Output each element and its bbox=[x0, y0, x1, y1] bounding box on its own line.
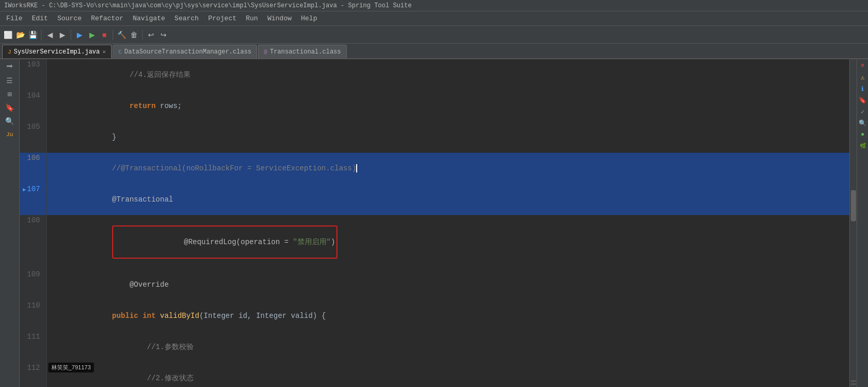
line-content[interactable]: //4.返回保存结果 bbox=[47, 59, 849, 90]
toolbar-save[interactable]: 💾 bbox=[27, 29, 38, 41]
code-comment-111: //1.参数校验 bbox=[112, 343, 194, 351]
menu-search[interactable]: Search bbox=[170, 13, 203, 24]
line-content[interactable]: @Transactional bbox=[47, 184, 849, 215]
tab-transactional[interactable]: @ Transactional.class bbox=[258, 45, 346, 58]
toolbar-stop[interactable]: ■ bbox=[99, 29, 110, 41]
menu-source[interactable]: Source bbox=[53, 13, 86, 24]
toolbar-sep-1 bbox=[41, 30, 42, 40]
toolbar-new[interactable]: ⬜ bbox=[2, 29, 13, 41]
line-number: 111 bbox=[20, 331, 47, 363]
gutter-bookmark[interactable]: 🔖 bbox=[4, 102, 16, 113]
gutter-outline[interactable]: ☰ bbox=[4, 75, 16, 86]
code-comment-transactional: //@Transactional(noRollbackFor = Service… bbox=[112, 164, 357, 172]
line-content[interactable]: //1.参数校验 bbox=[47, 331, 849, 363]
sidebar-icon-spring[interactable]: 🌿 bbox=[858, 141, 867, 151]
table-row: 104 return rows; bbox=[20, 90, 849, 122]
menu-project[interactable]: Project bbox=[204, 13, 241, 24]
left-gutter: ⮕ ☰ ⊞ 🔖 🔍 Ju bbox=[0, 59, 20, 387]
annotated-box: @RequiredLog(operation = "禁用启用") bbox=[112, 225, 337, 259]
line-number: 103 bbox=[20, 59, 47, 90]
line-content[interactable]: } bbox=[47, 122, 849, 153]
sidebar-icon-debug[interactable]: ● bbox=[858, 130, 867, 139]
tab-java-icon: J bbox=[8, 49, 11, 55]
annotation-override: @Override bbox=[112, 281, 169, 289]
tab-datasource-label: DataSourceTransactionManager.class bbox=[124, 48, 251, 56]
sidebar-icon-warning[interactable]: ⚠ bbox=[858, 73, 867, 82]
editor-area: 103 //4.返回保存结果 104 return rows; bbox=[20, 59, 849, 387]
gutter-arrow[interactable]: ⮕ bbox=[4, 61, 16, 73]
toolbar-open[interactable]: 📂 bbox=[15, 29, 26, 41]
code-content[interactable]: 103 //4.返回保存结果 104 return rows; bbox=[20, 59, 849, 387]
toolbar-clean[interactable]: 🗑 bbox=[128, 29, 140, 41]
gutter-ju[interactable]: Ju bbox=[4, 129, 16, 140]
menu-edit[interactable]: Edit bbox=[28, 13, 52, 24]
table-row: 109 @Override bbox=[20, 269, 849, 300]
toolbar-build[interactable]: 🔨 bbox=[116, 29, 127, 41]
main-layout: ⮕ ☰ ⊞ 🔖 🔍 Ju 103 //4.返回保存结果 bbox=[0, 59, 868, 387]
table-row: ▼ 110 public int validById(Integer id, I… bbox=[20, 300, 849, 331]
title-text: IWorksRKE - C:\DB-SYS-Vo\src\main\java\c… bbox=[4, 2, 412, 9]
menu-help[interactable]: Help bbox=[297, 13, 321, 24]
line-number: 105 bbox=[20, 122, 47, 153]
line-number: 109 bbox=[20, 269, 47, 300]
tab-sysuser[interactable]: J SysUserServiceImpl.java ✕ bbox=[2, 45, 112, 58]
line-content[interactable]: //2.修改状态 bbox=[47, 363, 849, 387]
toolbar-sep-4 bbox=[142, 30, 143, 40]
line-content[interactable]: return rows; bbox=[47, 90, 849, 122]
line-content[interactable]: @RequiredLog(operation = "禁用启用") bbox=[47, 215, 849, 269]
table-row: 105 } bbox=[20, 122, 849, 153]
menu-window[interactable]: Window bbox=[263, 13, 296, 24]
line-content[interactable]: public int validById(Integer id, Integer… bbox=[47, 300, 849, 331]
toolbar-run[interactable]: ▶ bbox=[86, 29, 98, 41]
line-content[interactable]: //@Transactional(noRollbackFor = Service… bbox=[47, 153, 849, 184]
code-brace: } bbox=[112, 133, 116, 141]
toolbar: ⬜ 📂 💾 ◀ ▶ ▶ ▶ ■ 🔨 🗑 ↩ ↪ bbox=[0, 26, 868, 44]
annotation-transactional: @Transactional bbox=[112, 195, 173, 204]
menu-run[interactable]: Run bbox=[242, 13, 262, 24]
scroll-mini-2 bbox=[851, 380, 856, 382]
keyword-return: return bbox=[112, 102, 156, 110]
table-row: 108 @RequiredLog(operation = "禁用启用") bbox=[20, 215, 849, 269]
sidebar-icon-info[interactable]: ℹ bbox=[858, 84, 867, 94]
toolbar-debug[interactable]: ▶ bbox=[74, 29, 85, 41]
annotation-close: ) bbox=[331, 238, 335, 246]
menu-file[interactable]: File bbox=[2, 13, 26, 24]
code-table: 103 //4.返回保存结果 104 return rows; bbox=[20, 59, 849, 387]
tab-sysuser-label: SysUserServiceImpl.java bbox=[14, 48, 100, 56]
scrollbar-thumb[interactable] bbox=[851, 190, 856, 221]
menu-bar: File Edit Source Refactor Navigate Searc… bbox=[0, 11, 868, 26]
menu-navigate[interactable]: Navigate bbox=[129, 13, 169, 24]
scrollbar-track[interactable] bbox=[849, 59, 857, 387]
gutter-hierarchy[interactable]: ⊞ bbox=[4, 88, 16, 100]
sidebar-icon-x[interactable]: × bbox=[858, 61, 867, 71]
tab-bar: J SysUserServiceImpl.java ✕ C DataSource… bbox=[0, 44, 868, 59]
string-literal: "禁用启用" bbox=[293, 238, 331, 246]
toolbar-forward[interactable]: ↪ bbox=[158, 29, 169, 41]
title-bar: IWorksRKE - C:\DB-SYS-Vo\src\main\java\c… bbox=[0, 0, 868, 11]
keyword-int: int bbox=[143, 312, 156, 320]
line-content[interactable]: @Override bbox=[47, 269, 849, 300]
table-row: 111 //1.参数校验 bbox=[20, 331, 849, 363]
sidebar-icon-bookmark[interactable]: 🔖 bbox=[858, 96, 867, 105]
toolbar-back[interactable]: ↩ bbox=[145, 29, 157, 41]
sidebar-icon-search2[interactable]: 🔍 bbox=[858, 118, 867, 128]
tab-class-icon-2: @ bbox=[264, 49, 267, 55]
line-number: 106 bbox=[20, 153, 47, 184]
line-number: ▶107 bbox=[20, 184, 47, 215]
line-number: 108 bbox=[20, 215, 47, 269]
toolbar-next[interactable]: ▶ bbox=[57, 29, 68, 41]
toolbar-prev[interactable]: ◀ bbox=[44, 29, 56, 41]
gutter-search[interactable]: 🔍 bbox=[4, 115, 16, 127]
tab-sysuser-close[interactable]: ✕ bbox=[102, 48, 106, 55]
menu-refactor[interactable]: Refactor bbox=[87, 13, 127, 24]
tab-datasource[interactable]: C DataSourceTransactionManager.class bbox=[113, 45, 257, 58]
scroll-mini-1 bbox=[851, 383, 856, 385]
line-number: 104 bbox=[20, 90, 47, 122]
table-row: 106 //@Transactional(noRollbackFor = Ser… bbox=[20, 153, 849, 184]
table-row: 112 //2.修改状态 bbox=[20, 363, 849, 387]
keyword-public: public bbox=[112, 312, 138, 320]
table-row: ▶107 @Transactional bbox=[20, 184, 849, 215]
code-comment: //4.返回保存结果 bbox=[112, 71, 191, 79]
right-sidebar: × ⚠ ℹ 🔖 ✓ 🔍 ● 🌿 bbox=[857, 59, 868, 387]
sidebar-icon-task[interactable]: ✓ bbox=[858, 107, 867, 116]
